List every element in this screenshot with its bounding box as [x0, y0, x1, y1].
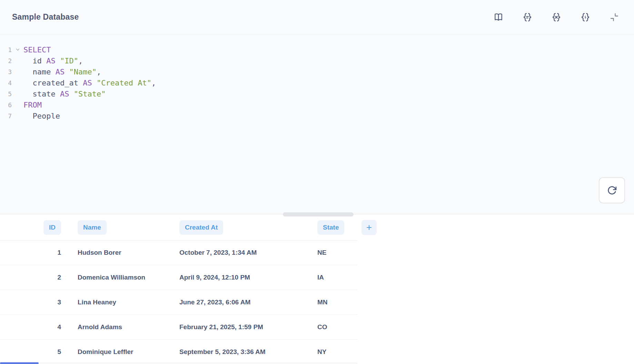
line-number: 2: [0, 57, 12, 64]
table-row: 4 Arnold Adams February 21, 2025, 1:59 P…: [0, 315, 357, 340]
cell-created-at[interactable]: February 21, 2025, 1:59 PM: [179, 323, 317, 331]
code-token: [92, 79, 97, 87]
code-token: "ID": [60, 57, 78, 65]
fold-slot: [12, 70, 23, 73]
code-text: SELECT: [23, 46, 51, 54]
fold-slot: [12, 48, 23, 51]
cell-name[interactable]: Dominique Leffler: [61, 348, 179, 356]
code-line: 6 FROM: [0, 99, 634, 110]
editor-toolbar: [493, 12, 620, 22]
database-selector[interactable]: Sample Database: [12, 12, 79, 22]
cell-state[interactable]: NE: [317, 249, 357, 256]
cell-created-at[interactable]: October 7, 2023, 1:34 AM: [179, 249, 317, 256]
code-token: ,: [97, 68, 101, 76]
snippets-icon[interactable]: [522, 12, 533, 22]
code-token: [65, 68, 69, 76]
code-line: 2 id AS "ID",: [0, 55, 634, 66]
code-token: AS: [46, 57, 56, 65]
add-column-cell: +: [357, 220, 413, 235]
line-number: 1: [0, 46, 12, 53]
line-number: 4: [0, 79, 12, 87]
column-header-state[interactable]: State: [317, 220, 344, 235]
code-text: created_at AS "Created At",: [23, 79, 156, 87]
cell-created-at[interactable]: April 9, 2024, 12:10 PM: [179, 274, 317, 281]
header-divider: [0, 240, 357, 241]
variables-icon[interactable]: [551, 12, 562, 22]
editor-header: Sample Database: [0, 0, 634, 34]
fold-slot: [12, 59, 23, 62]
cell-state[interactable]: IA: [317, 274, 357, 281]
code-text: People: [23, 112, 60, 120]
column-header-name[interactable]: Name: [78, 220, 107, 235]
line-number: 3: [0, 68, 12, 75]
code-token: created_at: [23, 79, 83, 87]
line-number: 5: [0, 90, 12, 98]
cell-state[interactable]: MN: [317, 299, 357, 306]
code-token: SELECT: [23, 46, 51, 54]
code-token: "State": [74, 90, 106, 98]
column-header-cell: Created At: [179, 220, 317, 235]
fold-slot: [12, 114, 23, 117]
cell-id[interactable]: 2: [0, 274, 61, 281]
code-lines: 1 SELECT 2 id AS "ID", 3 name AS "Name",…: [0, 44, 634, 121]
code-line: 5 state AS "State": [0, 88, 634, 99]
code-token: ,: [78, 57, 83, 65]
code-token: state: [23, 90, 60, 98]
column-header-created-at[interactable]: Created At: [179, 220, 223, 235]
code-token: FROM: [23, 101, 42, 109]
fold-slot: [12, 81, 23, 84]
line-number: 6: [0, 101, 12, 109]
code-token: ,: [151, 79, 156, 87]
horizontal-scrollbar-track[interactable]: [0, 362, 357, 364]
sql-editor[interactable]: 1 SELECT 2 id AS "ID", 3 name AS "Name",…: [0, 34, 634, 121]
cell-state[interactable]: CO: [317, 323, 357, 331]
cell-created-at[interactable]: June 27, 2023, 6:06 AM: [179, 299, 317, 306]
cell-name[interactable]: Lina Heaney: [61, 299, 179, 306]
code-line: 4 created_at AS "Created At",: [0, 77, 634, 88]
column-header-id[interactable]: ID: [43, 220, 61, 235]
code-token: "Name": [69, 68, 96, 76]
code-text: name AS "Name",: [23, 68, 101, 76]
add-column-button[interactable]: +: [361, 220, 377, 235]
cell-name[interactable]: Domenica Williamson: [61, 274, 179, 281]
cell-name[interactable]: Arnold Adams: [61, 323, 179, 331]
code-token: People: [23, 112, 60, 120]
fold-chevron-icon[interactable]: [16, 48, 20, 51]
run-query-button[interactable]: [599, 177, 625, 203]
line-number: 7: [0, 112, 12, 120]
code-token: name: [23, 68, 56, 76]
column-header-cell: Name: [61, 220, 179, 235]
query-editor-panel: Sample Database: [0, 0, 634, 214]
code-token: AS: [56, 68, 65, 76]
table-body: 1 Hudson Borer October 7, 2023, 1:34 AM …: [0, 240, 634, 364]
table-row: 5 Dominique Leffler September 5, 2023, 3…: [0, 340, 357, 364]
column-header-cell: ID: [0, 220, 61, 235]
horizontal-scrollbar-thumb[interactable]: [0, 362, 39, 364]
editor-resize-handle[interactable]: [283, 212, 354, 216]
fold-slot: [12, 103, 23, 106]
cell-id[interactable]: 5: [0, 348, 61, 356]
fold-slot: [12, 92, 23, 95]
cell-state[interactable]: NY: [317, 348, 357, 356]
collapse-editor-icon[interactable]: [609, 12, 620, 22]
cell-id[interactable]: 4: [0, 323, 61, 331]
code-token: id: [23, 57, 46, 65]
reference-book-icon[interactable]: [493, 12, 504, 22]
code-line: 7 People: [0, 110, 634, 121]
results-table: ID Name Created At State + 1 Hudson Bore…: [0, 215, 634, 364]
table-header-row: ID Name Created At State +: [0, 215, 413, 240]
table-row: 3 Lina Heaney June 27, 2023, 6:06 AM MN: [0, 290, 357, 315]
table-row: 1 Hudson Borer October 7, 2023, 1:34 AM …: [0, 240, 357, 265]
refresh-icon: [607, 185, 617, 195]
code-token: AS: [83, 79, 92, 87]
cell-id[interactable]: 3: [0, 299, 61, 306]
code-token: [69, 90, 73, 98]
format-query-icon[interactable]: [580, 12, 591, 22]
code-text: FROM: [23, 101, 42, 109]
cell-created-at[interactable]: September 5, 2023, 3:36 AM: [179, 348, 317, 356]
code-text: id AS "ID",: [23, 57, 83, 65]
cell-name[interactable]: Hudson Borer: [61, 249, 179, 256]
code-token: [56, 57, 60, 65]
code-token: "Created At": [97, 79, 151, 87]
cell-id[interactable]: 1: [0, 249, 61, 256]
